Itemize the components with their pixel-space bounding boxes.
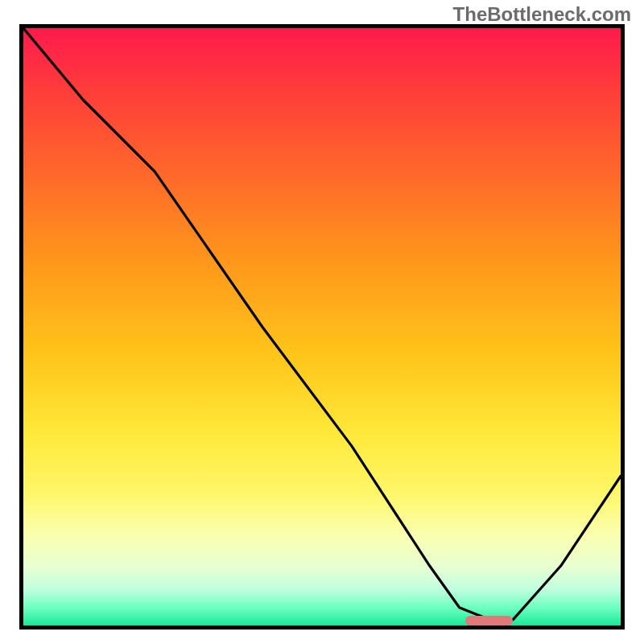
plot-frame [19,24,625,630]
curve-svg [23,28,621,625]
chart-container: TheBottleneck.com [0,0,644,644]
watermark-text: TheBottleneck.com [453,3,631,26]
bottleneck-curve [23,28,621,620]
optimal-marker [465,616,513,625]
